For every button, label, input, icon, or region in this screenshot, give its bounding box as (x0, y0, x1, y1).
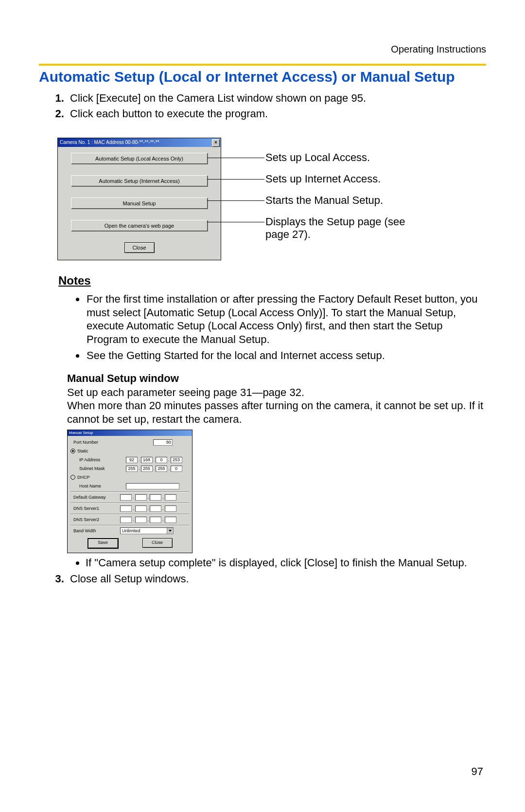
static-row: Static (70, 447, 189, 455)
setup-dialog: Camera No. 1 : MAC Address 00-80-**-**-*… (57, 138, 221, 260)
step-2-text: Click each button to execute the program… (70, 108, 268, 120)
bandwidth-row: Band Width Unlimited (70, 526, 189, 535)
manual-setup-button[interactable]: Manual Setup (71, 198, 208, 209)
mask-label: Subnet Mask (70, 466, 126, 471)
host-input[interactable] (126, 483, 179, 489)
ip-octet-4[interactable] (171, 457, 182, 463)
dot-icon: . (168, 466, 170, 471)
dot-icon: . (154, 457, 155, 462)
dns2-octet-1[interactable] (120, 517, 132, 523)
auto-setup-local-button[interactable]: Automatic Setup (Local Access Only) (71, 153, 208, 164)
manual-dialog-titlebar: Manual Setup (68, 430, 192, 436)
leader-line (207, 179, 264, 180)
callout-internet-access: Sets up Internet Access. (265, 173, 381, 185)
dialog-title-text: Camera No. 1 : MAC Address 00-80-**-**-*… (60, 140, 159, 145)
dot-icon: . (162, 506, 164, 511)
divider (70, 491, 189, 492)
leader-line (207, 200, 264, 201)
mask-octet-1[interactable] (126, 466, 138, 472)
leader-line (207, 158, 264, 158)
dot-icon: . (162, 495, 164, 500)
dialog-titlebar: Camera No. 1 : MAC Address 00-80-**-**-*… (58, 138, 221, 147)
save-button[interactable]: Save (88, 538, 119, 549)
after-note: If "Camera setup complete" is displayed,… (86, 556, 486, 570)
bandwidth-label: Band Width (70, 528, 120, 533)
gw-octet-4[interactable] (165, 494, 176, 501)
step-1-text: Click [Execute] on the Camera List windo… (70, 92, 366, 104)
bandwidth-select[interactable]: Unlimited (120, 527, 174, 534)
ip-row: IP Address . . . (70, 455, 189, 464)
gw-octet-1[interactable] (120, 494, 132, 501)
dns2-octet-4[interactable] (165, 517, 176, 523)
divider (70, 525, 189, 525)
port-input[interactable] (153, 439, 173, 446)
ip-octet-1[interactable] (126, 457, 138, 463)
mask-octet-2[interactable] (141, 466, 153, 472)
mask-octet-3[interactable] (156, 466, 167, 472)
chevron-down-icon (167, 528, 173, 534)
note-1: For the first time installation or after… (86, 292, 486, 346)
auto-setup-internet-button[interactable]: Automatic Setup (Internet Access) (71, 175, 208, 187)
running-header: Operating Instructions (39, 44, 486, 55)
dot-icon: . (133, 495, 134, 500)
mask-octet-4[interactable] (171, 466, 182, 472)
manual-setup-p1: Set up each parameter seeing page 31—pag… (67, 386, 486, 399)
dns1-octet-2[interactable] (135, 505, 147, 512)
ip-octet-3[interactable] (156, 457, 167, 463)
close-icon[interactable]: × (212, 139, 220, 147)
gateway-label: Default Gateway (70, 495, 120, 500)
dialog2-buttons: Save Close (70, 535, 189, 550)
page-number: 97 (472, 765, 483, 778)
note-2: See the Getting Started for the local an… (86, 349, 486, 362)
header-rule (39, 64, 486, 66)
step-2: Click each button to execute the program… (67, 108, 486, 120)
divider (70, 503, 189, 503)
dns2-octet-3[interactable] (150, 517, 161, 523)
gw-octet-2[interactable] (135, 494, 147, 501)
dhcp-label: DHCP (77, 475, 90, 480)
manual-setup-heading: Manual Setup window (67, 372, 486, 385)
step-1: Click [Execute] on the Camera List windo… (67, 92, 486, 105)
dot-icon: . (148, 495, 149, 500)
dot-icon: . (148, 517, 149, 522)
dot-icon: . (154, 466, 155, 471)
leader-line (207, 222, 264, 222)
dot-icon: . (139, 466, 140, 471)
port-label: Port Number (70, 440, 120, 445)
callout-manual-setup: Starts the Manual Setup. (265, 194, 383, 207)
step-list: Click [Execute] on the Camera List windo… (62, 92, 486, 120)
host-row: Host Name (70, 482, 189, 490)
static-radio[interactable] (70, 449, 75, 453)
dialog-body: Automatic Setup (Local Access Only) Auto… (58, 147, 221, 260)
dns1-octet-3[interactable] (150, 505, 161, 512)
close-button[interactable]: Close (124, 242, 155, 253)
radio-dot-icon (72, 450, 74, 452)
dot-icon: . (139, 457, 140, 462)
dhcp-row: DHCP (70, 473, 189, 482)
step-3: Close all Setup windows. (67, 573, 486, 585)
dns2-octet-2[interactable] (135, 517, 147, 523)
notes-heading: Notes (58, 274, 486, 288)
mask-row: Subnet Mask . . . (70, 464, 189, 473)
divider (70, 514, 189, 514)
bandwidth-value: Unlimited (122, 528, 140, 533)
dns1-octet-1[interactable] (120, 505, 132, 512)
setup-dialog-figure: Camera No. 1 : MAC Address 00-80-**-**-*… (57, 138, 486, 254)
host-label: Host Name (70, 484, 126, 488)
callout-local-access: Sets up Local Access. (265, 151, 370, 164)
dns1-row: DNS Server1 . . . (70, 504, 189, 513)
ip-octet-2[interactable] (141, 457, 153, 463)
manual-setup-p2: When more than 20 minutes passes after t… (67, 399, 486, 426)
notes-list: For the first time installation or after… (86, 292, 486, 362)
dhcp-radio[interactable] (70, 475, 75, 480)
manual-dialog-body: Port Number Static IP Address . . . Subn… (68, 436, 192, 553)
dns1-label: DNS Server1 (70, 506, 120, 511)
ip-label: IP Address (70, 457, 126, 462)
gw-octet-3[interactable] (150, 494, 161, 501)
close-button[interactable]: Close (142, 538, 173, 548)
open-web-page-button[interactable]: Open the camera's web page (71, 220, 208, 232)
dns1-octet-4[interactable] (165, 505, 176, 512)
dot-icon: . (168, 457, 170, 462)
port-row: Port Number (70, 438, 189, 447)
dns2-row: DNS Server2 . . . (70, 515, 189, 524)
